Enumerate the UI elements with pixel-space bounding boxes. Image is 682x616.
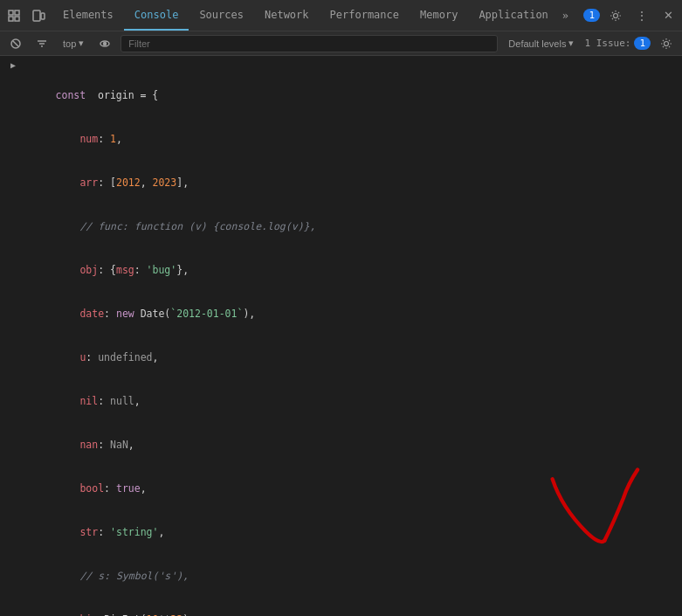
context-chevron: ▾ [79, 38, 84, 49]
svg-rect-5 [41, 13, 45, 19]
list-item: u: undefined, [12, 336, 682, 379]
clear-console-btn[interactable] [5, 33, 26, 54]
badge-count: 1 [583, 9, 600, 22]
tab-application[interactable]: Application [468, 0, 558, 31]
list-item: ▶ [0, 58, 682, 73]
list-item: obj: {msg: 'bug'}, [12, 248, 682, 292]
toolbar-left-icons [3, 5, 49, 26]
list-item: str: 'string', [12, 510, 682, 554]
device-toolbar-btn[interactable] [28, 5, 49, 26]
context-selector[interactable]: top ▾ [58, 36, 89, 51]
list-item: // func: function (v) {console.log(v)}, [12, 204, 682, 248]
close-btn[interactable]: ✕ [658, 5, 679, 26]
list-item: bi: BigInt(10**32), [12, 598, 682, 616]
list-item: nan: NaN, [12, 423, 682, 467]
filter-input[interactable] [121, 35, 498, 52]
list-item: // s: Symbol('s'), [12, 554, 682, 598]
list-item: bool: true, [12, 467, 682, 510]
tab-memory[interactable]: Memory [410, 0, 468, 31]
devtools-toolbar: Elements Console Sources Network Perform… [0, 0, 682, 31]
svg-rect-4 [33, 10, 40, 21]
svg-rect-1 [15, 10, 19, 15]
settings-btn[interactable] [605, 5, 626, 26]
toolbar-right: 1 ⋮ ✕ [583, 5, 679, 26]
issues-settings-btn[interactable] [656, 33, 677, 54]
svg-rect-2 [9, 17, 13, 21]
console-content[interactable]: ▶ const origin = { num: 1, arr: [2012, 2… [0, 56, 682, 616]
tab-performance[interactable]: Performance [320, 0, 410, 31]
svg-point-13 [104, 42, 107, 45]
tab-elements[interactable]: Elements [52, 0, 124, 31]
console-wrapper: ▶ const origin = { num: 1, arr: [2012, 2… [0, 56, 682, 616]
svg-rect-3 [15, 17, 19, 21]
svg-line-8 [13, 41, 18, 46]
more-menu-btn[interactable]: ⋮ [631, 5, 652, 26]
more-tabs-btn[interactable]: » [559, 10, 572, 22]
list-item: nil: null, [12, 379, 682, 423]
context-label: top [63, 38, 76, 49]
cursor-icon-btn[interactable] [3, 5, 24, 26]
list-item: date: new Date(`2012-01-01`), [12, 292, 682, 336]
main-tabs: Elements Console Sources Network Perform… [52, 0, 583, 31]
tab-network[interactable]: Network [254, 0, 320, 31]
filter-toggle-btn[interactable] [31, 33, 52, 54]
list-item: const origin = { [0, 73, 682, 117]
console-toolbar: top ▾ Default levels ▾ 1 Issue: 1 [0, 31, 682, 56]
expand-arrow[interactable]: ▶ [7, 59, 19, 73]
issues-badge: 1 Issue: 1 [584, 37, 651, 50]
default-levels-btn[interactable]: Default levels ▾ [503, 36, 579, 51]
issues-count-badge: 1 [634, 37, 651, 50]
list-item: num: 1, [12, 117, 682, 161]
tab-console[interactable]: Console [124, 0, 189, 31]
svg-point-6 [614, 13, 618, 17]
list-item: arr: [2012, 2023], [12, 161, 682, 204]
tab-sources[interactable]: Sources [189, 0, 254, 31]
svg-rect-0 [9, 10, 13, 15]
eye-btn[interactable] [94, 33, 115, 54]
svg-point-14 [665, 41, 669, 45]
